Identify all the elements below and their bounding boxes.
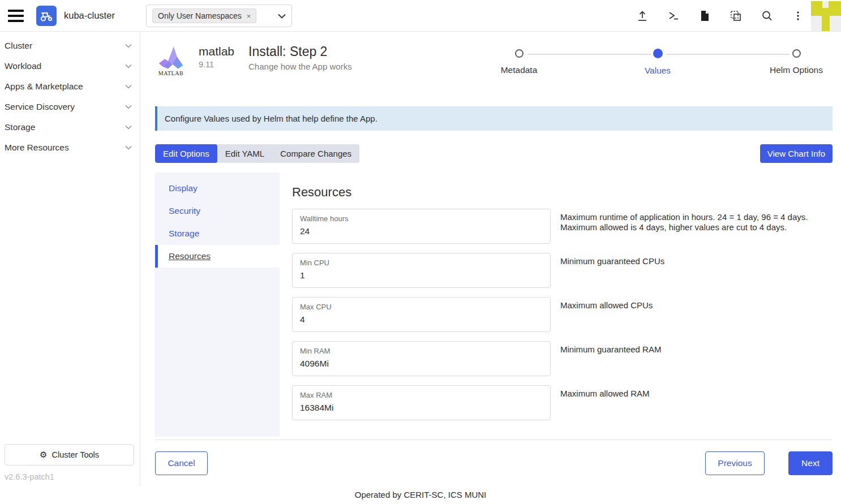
sidebar-item-workload[interactable]: Workload: [0, 56, 140, 76]
max-cpu-field[interactable]: Max CPU: [292, 297, 551, 332]
page-footer: Operated by CERIT-SC, ICS MUNI: [0, 490, 841, 504]
step-helm-options[interactable]: Helm Options: [760, 49, 833, 75]
section-nav-security[interactable]: Security: [155, 200, 280, 222]
field-description: Maximum allowed CPUs: [560, 300, 826, 311]
chevron-down-icon[interactable]: [278, 14, 286, 19]
section-nav-storage[interactable]: Storage: [155, 222, 280, 245]
hamburger-menu-icon[interactable]: [8, 10, 24, 22]
field-label: Min CPU: [300, 259, 543, 267]
app-header: MATLAB matlab 9.11 Install: Step 2 Chang…: [157, 45, 352, 77]
section-nav-resources[interactable]: Resources: [155, 245, 280, 268]
import-yaml-icon[interactable]: [729, 9, 743, 23]
sidebar-item-cluster[interactable]: Cluster: [0, 36, 140, 56]
app-name: matlab: [199, 45, 234, 58]
cluster-tools-label: Cluster Tools: [52, 450, 99, 459]
kubeconfig-file-icon[interactable]: [698, 9, 711, 23]
tab-edit-yaml[interactable]: Edit YAML: [217, 144, 272, 163]
info-banner-text: Configure Values used by Helm that help …: [165, 114, 377, 123]
field-description: Minimum guaranteed CPUs: [560, 256, 826, 266]
field-row-max-ram: Max RAM Maximum allowed RAM: [292, 385, 833, 420]
field-row-max-cpu: Max CPU Maximum allowed CPUs: [292, 297, 833, 332]
sidebar-item-label: Service Discovery: [5, 102, 75, 112]
install-stepper: Metadata Values Helm Options: [481, 49, 834, 87]
tab-edit-options[interactable]: Edit Options: [155, 144, 217, 163]
step-values[interactable]: Values: [621, 49, 694, 76]
tab-compare-changes[interactable]: Compare Changes: [272, 144, 359, 163]
max-ram-field[interactable]: Max RAM: [292, 385, 551, 420]
resources-form: Resources Walltime hours Maximum runtime…: [292, 173, 833, 420]
field-description: Maximum allowed RAM: [560, 389, 826, 399]
sidebar-item-apps-marketplace[interactable]: Apps & Marketplace: [0, 76, 140, 97]
sidebar-item-service-discovery[interactable]: Service Discovery: [0, 97, 140, 117]
field-label: Min RAM: [300, 347, 543, 355]
chevron-down-icon: [125, 145, 132, 150]
sidebar-item-label: Apps & Marketplace: [5, 81, 83, 92]
field-label: Max RAM: [300, 391, 543, 399]
field-row-min-cpu: Min CPU Minimum guaranteed CPUs: [292, 253, 833, 288]
cancel-button[interactable]: Cancel: [155, 451, 208, 475]
sidebar-item-label: Storage: [5, 122, 35, 132]
namespace-filter-tag-label: Only User Namespaces: [158, 11, 242, 20]
field-row-min-ram: Min RAM Minimum guaranteed RAM: [292, 341, 833, 376]
chevron-down-icon: [125, 105, 132, 109]
chevron-down-icon: [125, 64, 132, 68]
step-label: Values: [645, 66, 671, 76]
field-description: Maximum runtime of application in hours.…: [560, 212, 816, 232]
kubectl-shell-icon[interactable]: [667, 9, 680, 23]
chevron-down-icon: [125, 125, 132, 130]
previous-button[interactable]: Previous: [705, 451, 765, 475]
page-title: Install: Step 2: [248, 45, 352, 58]
form-heading: Resources: [292, 185, 833, 200]
cluster-name: kuba-cluster: [64, 10, 115, 21]
field-row-walltime: Walltime hours Maximum runtime of applic…: [292, 209, 833, 244]
cluster-tools-button[interactable]: ⚙ Cluster Tools: [5, 444, 134, 466]
step-label: Metadata: [501, 65, 538, 75]
step-label: Helm Options: [770, 65, 823, 75]
sidebar-item-label: More Resources: [5, 143, 69, 153]
walltime-hours-input[interactable]: [300, 226, 543, 236]
namespace-filter[interactable]: Only User Namespaces ×: [146, 5, 292, 27]
step-metadata[interactable]: Metadata: [482, 49, 556, 75]
namespace-filter-tag[interactable]: Only User Namespaces ×: [152, 8, 256, 23]
remove-tag-icon[interactable]: ×: [247, 12, 251, 20]
info-banner: Configure Values used by Helm that help …: [155, 106, 833, 131]
min-cpu-field[interactable]: Min CPU: [292, 253, 551, 288]
step-dot: [515, 49, 524, 58]
cluster-badge-icon[interactable]: [36, 6, 57, 26]
svg-text:MATLAB: MATLAB: [158, 70, 184, 76]
min-ram-field[interactable]: Min RAM: [292, 341, 551, 376]
kebab-menu-icon[interactable]: [791, 9, 805, 23]
sidebar-item-label: Workload: [5, 61, 41, 71]
max-ram-input[interactable]: [300, 403, 543, 413]
upload-icon[interactable]: [636, 9, 649, 23]
field-label: Walltime hours: [300, 214, 543, 223]
view-chart-info-button[interactable]: View Chart Info: [760, 144, 833, 163]
tractor-icon: [39, 8, 54, 23]
sidebar-item-more-resources[interactable]: More Resources: [0, 137, 140, 158]
install-title-block: Install: Step 2 Change how the App works: [248, 45, 352, 71]
step-dot: [653, 49, 663, 58]
tab-group: Edit Options Edit YAML Compare Changes: [155, 144, 359, 163]
tabs-row: Edit Options Edit YAML Compare Changes V…: [155, 144, 833, 163]
rancher-version: v2.6.3-patch1: [5, 472, 54, 481]
max-cpu-input[interactable]: [300, 315, 543, 325]
min-ram-input[interactable]: [300, 359, 543, 369]
top-bar: kuba-cluster Only User Namespaces ×: [0, 0, 841, 32]
topbar-icon-group: [636, 0, 805, 32]
page: kuba-cluster Only User Namespaces ×: [0, 0, 841, 504]
next-button[interactable]: Next: [788, 451, 833, 475]
walltime-hours-field[interactable]: Walltime hours: [292, 209, 551, 244]
muni-logo[interactable]: [811, 1, 841, 31]
main-content: MATLAB matlab 9.11 Install: Step 2 Chang…: [141, 32, 841, 504]
chevron-down-icon: [125, 44, 132, 48]
field-description: Minimum guaranteed RAM: [560, 344, 826, 355]
min-cpu-input[interactable]: [300, 270, 543, 281]
sidebar-item-label: Cluster: [5, 41, 32, 51]
search-icon[interactable]: [760, 9, 774, 23]
sidebar-item-storage[interactable]: Storage: [0, 117, 140, 137]
matlab-logo: MATLAB: [157, 45, 185, 77]
section-nav-display[interactable]: Display: [155, 177, 280, 200]
chevron-down-icon: [125, 84, 132, 89]
gear-icon: ⚙: [40, 450, 47, 460]
footer-text: Operated by CERIT-SC, ICS MUNI: [355, 490, 487, 499]
